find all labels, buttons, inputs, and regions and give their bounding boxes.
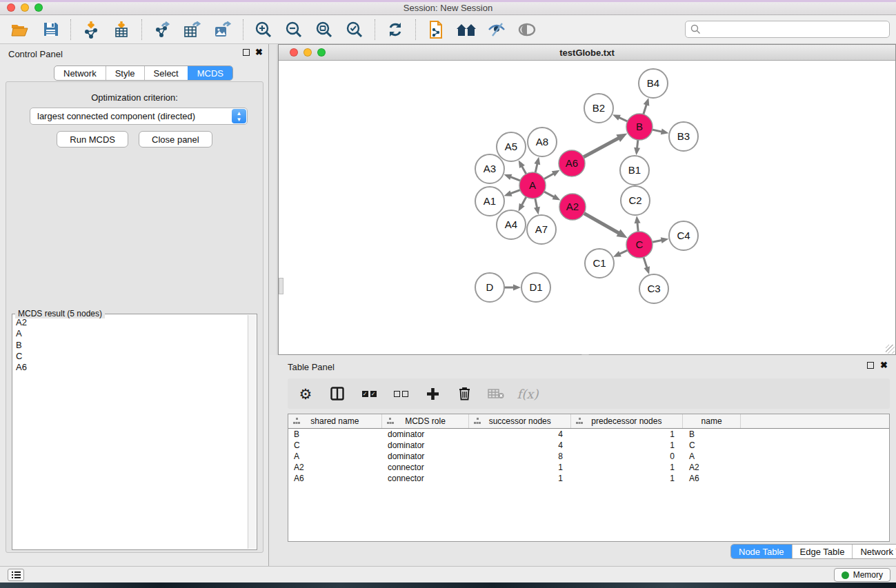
tab-network[interactable]: Network [54, 66, 106, 80]
tab-style[interactable]: Style [106, 66, 144, 80]
node-label-C1: C1 [593, 257, 606, 269]
select-all-checkboxes-icon[interactable]: ✓✓ [361, 385, 377, 402]
node-table-body: Bdominator41BCdominator41CAdominator80AA… [288, 429, 889, 484]
table-panel-title: Table Panel [288, 362, 335, 372]
tab-select[interactable]: Select [144, 66, 188, 80]
save-session-icon[interactable] [40, 19, 61, 40]
function-builder-icon[interactable]: f(x) [519, 385, 536, 402]
node-label-A3: A3 [484, 163, 496, 174]
show-panels-button[interactable] [8, 569, 24, 581]
table-cell: 1 [572, 473, 684, 484]
arrowhead-icon [635, 216, 641, 223]
import-network-icon[interactable] [81, 19, 101, 40]
delete-table-icon[interactable] [488, 385, 504, 402]
search-icon [690, 24, 701, 34]
hierarchy-icon [474, 418, 481, 424]
column-header-shared-name[interactable]: shared name [288, 414, 382, 428]
column-header-successor-nodes[interactable]: successor nodes [469, 414, 571, 428]
column-header-predecessor-nodes[interactable]: predecessor nodes [571, 414, 683, 428]
tab-node-table[interactable]: Node Table [731, 545, 792, 558]
network-graph[interactable]: B4B2BB3A8A5A6A3B1AC2A1A2A4A7C4CC1C3DD1 [279, 61, 895, 354]
settings-gear-icon[interactable]: ⚙ [297, 385, 314, 402]
float-panel-icon[interactable] [243, 49, 250, 56]
table-cell: C [288, 440, 382, 451]
resize-grip-icon[interactable] [886, 345, 895, 354]
mcds-result-item[interactable]: A2 [13, 317, 247, 328]
search-box[interactable] [685, 21, 890, 38]
application-window: Session: New Session [0, 0, 896, 588]
column-header-MCDS-role[interactable]: MCDS role [382, 414, 470, 428]
mcds-result-item[interactable]: B [13, 340, 247, 351]
zoom-out-icon[interactable] [283, 19, 304, 40]
column-view-icon[interactable] [329, 385, 346, 402]
result-scrollbar[interactable] [248, 315, 256, 549]
deselect-all-checkboxes-icon[interactable] [392, 385, 409, 402]
network-canvas[interactable]: B4B2BB3A8A5A6A3B1AC2A1A2A4A7C4CC1C3DD1 [279, 61, 895, 354]
table-row[interactable]: Cdominator41C [288, 440, 889, 451]
tab-edge-table[interactable]: Edge Table [792, 545, 853, 558]
network-window-titlebar[interactable]: testGlobe.txt [279, 45, 895, 61]
hide-selected-icon[interactable] [486, 19, 507, 40]
zoom-fit-icon[interactable] [314, 19, 335, 40]
import-table-icon[interactable] [111, 19, 132, 40]
main-toolbar [0, 15, 896, 44]
table-toolbar: ⚙ ✓✓ f(x) [288, 378, 890, 409]
table-row[interactable]: Adominator80A [288, 451, 889, 462]
mcds-result-item[interactable]: A [13, 328, 247, 339]
arrowhead-icon [504, 174, 512, 180]
run-mcds-button[interactable]: Run MCDS [57, 131, 128, 148]
node-label-B1: B1 [628, 164, 641, 176]
criterion-selected-value: largest connected component (directed) [30, 111, 232, 121]
control-panel: Control Panel ✖ NetworkStyleSelectMCDS O… [0, 44, 269, 566]
node-label-B4: B4 [647, 77, 659, 89]
arrowhead-icon [504, 190, 512, 196]
zoom-in-icon[interactable] [253, 19, 274, 40]
refresh-icon[interactable] [385, 19, 406, 40]
close-panel-button[interactable]: Close panel [139, 131, 212, 148]
table-cell: 4 [470, 440, 572, 451]
open-recent-session-icon[interactable] [426, 19, 446, 40]
export-table-icon[interactable] [182, 19, 203, 40]
table-cell: A [288, 451, 382, 462]
table-row[interactable]: A6connector11A6 [288, 473, 889, 484]
search-input[interactable] [701, 21, 889, 37]
show-hidden-icon[interactable] [517, 19, 537, 40]
mcds-result-item[interactable]: A6 [13, 362, 247, 373]
node-label-B3: B3 [677, 130, 690, 142]
node-label-D: D [486, 281, 494, 293]
column-header-name[interactable]: name [683, 414, 741, 428]
home-icon[interactable] [456, 19, 477, 40]
float-table-panel-icon[interactable] [867, 362, 874, 369]
arrowhead-icon [616, 134, 627, 142]
table-row[interactable]: A2connector11A2 [288, 462, 889, 473]
criterion-select[interactable]: largest connected component (directed) ▲… [30, 108, 248, 125]
export-network-icon[interactable] [152, 19, 172, 40]
memory-button[interactable]: Memory [834, 568, 890, 582]
tab-mcds[interactable]: MCDS [188, 66, 232, 80]
list-icon [12, 571, 21, 579]
control-panel-title: Control Panel [8, 49, 63, 59]
table-cell: 1 [470, 462, 572, 473]
table-cell: B [288, 429, 382, 440]
network-window-title: testGlobe.txt [279, 48, 895, 58]
close-table-panel-icon[interactable]: ✖ [880, 362, 888, 369]
mcds-result-item[interactable]: C [13, 351, 247, 362]
table-cell: A6 [684, 473, 742, 484]
tab-network-table[interactable]: Network Table [852, 545, 896, 558]
zoom-selected-icon[interactable] [344, 19, 365, 40]
table-row[interactable]: Bdominator41B [288, 429, 889, 440]
canvas-scrollbar-left[interactable] [279, 278, 283, 294]
node-label-C4: C4 [677, 230, 690, 241]
hierarchy-icon [576, 418, 583, 424]
table-cell: dominator [382, 440, 470, 451]
open-session-icon[interactable] [10, 19, 30, 40]
status-bar: Memory [0, 566, 896, 582]
add-column-icon[interactable] [424, 385, 441, 402]
table-cell: B [684, 429, 742, 440]
delete-column-icon[interactable] [456, 385, 472, 402]
export-image-icon[interactable] [212, 19, 233, 40]
network-view-window: testGlobe.txt B4B2BB3A8A5A6A3B1AC2A1A2A4… [278, 44, 896, 355]
table-cell: connector [382, 462, 470, 473]
close-panel-icon[interactable]: ✖ [255, 49, 263, 56]
app-title: Session: New Session [0, 3, 896, 13]
